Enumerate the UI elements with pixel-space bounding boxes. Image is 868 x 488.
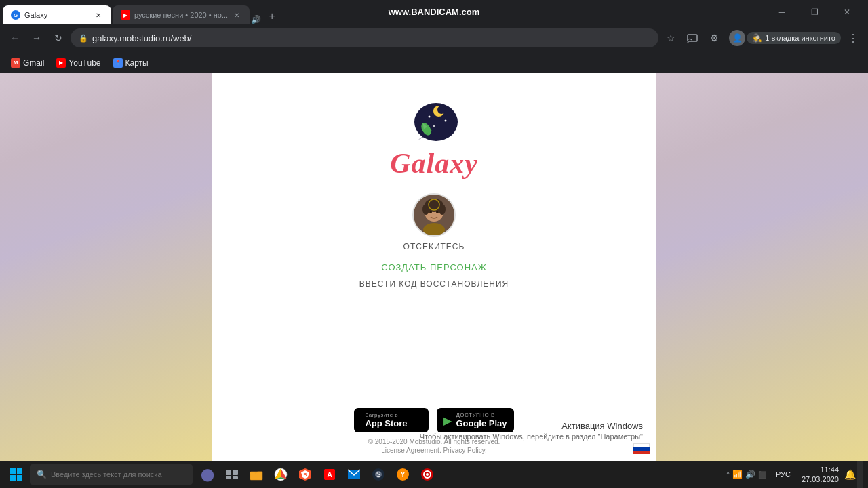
gmail-favicon: M	[11, 58, 20, 68]
content-panel: Galaxy	[212, 73, 656, 461]
create-character-button[interactable]: СОЗДАТЬ ПЕРСОНАЖ	[381, 262, 486, 272]
bookmark-gmail[interactable]: M Gmail	[5, 56, 50, 70]
close-button[interactable]: ✕	[831, 0, 863, 24]
search-input[interactable]	[51, 470, 186, 479]
svg-point-22	[429, 211, 432, 214]
bookmark-maps[interactable]: 📍 Карты	[108, 56, 154, 70]
recovery-code-button[interactable]: ВВЕСТИ КОД ВОССТАНОВЛЕНИЯ	[359, 279, 509, 289]
footer-links: License Agreement. Privacy Policy.	[381, 447, 486, 454]
svg-rect-32	[226, 476, 231, 479]
tab-title-youtube: русские песни • 2020 • но...	[134, 11, 228, 19]
network-icon: 📶	[732, 470, 743, 479]
sys-tray: РУС	[770, 470, 796, 479]
language-flag-container	[633, 443, 650, 454]
taskbar-chrome-icon[interactable]	[269, 461, 293, 488]
username-label: ОТСЕКИТЕСЬ	[403, 242, 465, 251]
bookmark-gmail-label: Gmail	[23, 58, 44, 68]
taskbar-email-icon[interactable]	[342, 461, 366, 488]
tab-favicon-galaxy: G	[11, 10, 20, 20]
address-bar[interactable]: 🔒 galaxy.mobstudio.ru/web/	[71, 28, 658, 47]
svg-point-5	[429, 116, 431, 118]
tab-galaxy[interactable]: G Galaxy ✕	[3, 5, 111, 24]
svg-rect-2	[688, 35, 697, 41]
taskbar-search[interactable]: 🔍	[30, 464, 193, 485]
tab-close-youtube[interactable]: ✕	[232, 10, 241, 20]
flag-red-stripe	[633, 451, 650, 454]
lang-label: РУС	[776, 470, 791, 479]
chrome-menu-button[interactable]: ⋮	[844, 28, 863, 47]
notification-area: ^ 📶 🔊 ⬛	[724, 470, 769, 479]
windows-activation-title: Активация Windows	[420, 421, 643, 431]
svg-text:G: G	[14, 12, 18, 18]
app-store-main-label: App Store	[365, 418, 407, 428]
system-clock: 11:44 27.03.2020	[797, 465, 843, 485]
taskbar-brave-icon[interactable]: B	[293, 461, 317, 488]
tab-favicon-youtube: ▶	[121, 10, 130, 20]
notification-bell[interactable]: 🔔	[844, 469, 856, 480]
svg-point-8	[433, 125, 435, 127]
svg-point-11	[437, 106, 446, 114]
app-store-button[interactable]: Загрузите в App Store	[354, 408, 429, 432]
date-display: 27.03.2020	[802, 474, 839, 484]
svg-text:B: B	[303, 472, 307, 477]
svg-text:S: S	[376, 471, 381, 479]
user-avatar[interactable]	[412, 193, 456, 237]
bookmark-button[interactable]: ☆	[661, 28, 680, 47]
bookmark-youtube[interactable]: ▶ YouTube	[51, 56, 106, 70]
start-button[interactable]	[3, 461, 30, 488]
windows-activation-subtitle: Чтобы активировать Windows, перейдите в …	[420, 432, 643, 441]
lock-icon: 🔒	[79, 34, 88, 43]
incognito-icon: 🕵	[752, 33, 762, 43]
profile-area: 👤 🕵 1 вкладка инкогнито	[729, 30, 841, 46]
browser-frame: G Galaxy ✕ ▶ русские песни • 2020 • но..…	[0, 0, 868, 488]
svg-point-3	[688, 42, 689, 43]
svg-text:Y: Y	[401, 471, 406, 479]
svg-rect-28	[10, 475, 16, 481]
taskbar-steam-icon[interactable]: S	[366, 461, 391, 488]
show-desktop-button[interactable]	[857, 461, 863, 488]
svg-point-23	[436, 211, 439, 214]
bookmarks-bar: M Gmail ▶ YouTube 📍 Карты	[0, 52, 868, 73]
tab-title-galaxy: Galaxy	[24, 11, 90, 19]
svg-rect-27	[17, 468, 22, 474]
svg-point-7	[445, 120, 447, 122]
nav-bar: ← → ↻ 🔒 galaxy.mobstudio.ru/web/ ☆ ⚙ 👤 🕵…	[0, 24, 868, 52]
taskbar: 🔍 ⬤	[0, 461, 868, 488]
search-icon: 🔍	[37, 470, 47, 479]
forward-button[interactable]: →	[27, 28, 46, 47]
svg-point-51	[426, 473, 429, 476]
taskbar-taskview-icon[interactable]	[220, 461, 244, 488]
svg-rect-35	[250, 472, 255, 474]
logo-container: Galaxy	[390, 94, 478, 180]
profile-avatar[interactable]: 👤	[729, 30, 745, 46]
address-text: galaxy.mobstudio.ru/web/	[92, 33, 650, 43]
windows-activation: Активация Windows Чтобы активировать Win…	[420, 421, 643, 441]
svg-rect-30	[226, 470, 231, 475]
app-content: Galaxy	[212, 73, 656, 408]
taskbar-acrobat-icon[interactable]: A	[317, 461, 342, 488]
extensions-button[interactable]: ⚙	[705, 28, 724, 47]
taskbar-cortana-icon[interactable]: ⬤	[195, 461, 220, 488]
time-display: 11:44	[802, 465, 839, 474]
logo-text: Galaxy	[390, 147, 478, 180]
window-controls: ─ ❐ ✕	[766, 0, 868, 24]
bookmark-youtube-label: YouTube	[68, 58, 100, 68]
incognito-badge: 🕵 1 вкладка инкогнито	[747, 32, 841, 44]
svg-rect-29	[17, 475, 22, 481]
chevron-icon[interactable]: ^	[726, 471, 730, 479]
taskbar-app7-icon[interactable]	[415, 461, 439, 488]
taskbar-app6-icon[interactable]: Y	[391, 461, 415, 488]
volume-icon: 🔊	[745, 470, 755, 479]
battery-icon: ⬛	[758, 471, 766, 479]
new-tab-button[interactable]: +	[264, 8, 280, 24]
minimize-button[interactable]: ─	[766, 0, 797, 24]
svg-rect-33	[233, 476, 238, 479]
tab-close-galaxy[interactable]: ✕	[94, 10, 103, 20]
tab-youtube[interactable]: ▶ русские песни • 2020 • но... ✕	[113, 5, 250, 24]
back-button[interactable]: ←	[5, 28, 24, 47]
svg-text:A: A	[327, 471, 332, 479]
taskbar-explorer-icon[interactable]	[244, 461, 269, 488]
cast-button[interactable]	[683, 28, 702, 47]
restore-button[interactable]: ❐	[799, 0, 830, 24]
reload-button[interactable]: ↻	[49, 28, 68, 47]
